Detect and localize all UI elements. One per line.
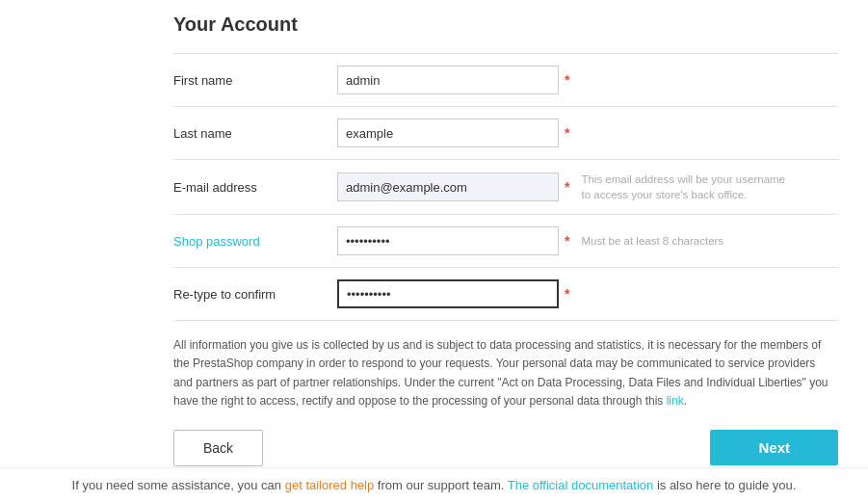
info-text-2: . — [684, 394, 687, 408]
email-label: E-mail address — [173, 180, 337, 195]
confirm-label: Re-type to confirm — [173, 287, 337, 302]
last-name-required: * — [565, 125, 569, 141]
first-name-row: First name * — [173, 53, 838, 107]
confirm-row: Re-type to confirm * — [173, 268, 838, 321]
last-name-input-wrap: * — [337, 119, 838, 147]
footer-text-after: is also here to guide you. — [657, 478, 797, 492]
last-name-row: Last name * — [173, 107, 838, 160]
first-name-label: First name — [173, 73, 337, 88]
email-input[interactable] — [337, 172, 559, 201]
password-input[interactable] — [337, 226, 559, 255]
email-required: * — [565, 179, 569, 195]
back-button[interactable]: Back — [173, 430, 263, 466]
footer-text-before: If you need some assistance, you can — [72, 478, 282, 492]
password-label-text: Shop password — [173, 234, 260, 249]
password-required: * — [565, 233, 569, 249]
email-row: E-mail address * This email address will… — [173, 160, 838, 215]
first-name-input[interactable] — [337, 66, 559, 94]
confirm-required: * — [565, 286, 569, 302]
first-name-required: * — [565, 72, 569, 88]
password-row: Shop password * Must be at least 8 chara… — [173, 215, 838, 268]
official-doc-link[interactable]: The official documentation — [508, 478, 654, 492]
footer-text-middle: from our support team. — [378, 478, 505, 492]
email-hint: This email address will be your username… — [581, 172, 793, 202]
last-name-input[interactable] — [337, 119, 559, 147]
password-input-wrap: * Must be at least 8 characters — [337, 226, 838, 255]
page-title: Your Account — [173, 10, 838, 36]
info-paragraph: All information you give us is collected… — [173, 336, 829, 410]
info-link[interactable]: link — [667, 394, 684, 408]
password-hint: Must be at least 8 characters — [581, 233, 723, 249]
confirm-input[interactable] — [337, 279, 559, 308]
confirm-input-wrap: * — [337, 279, 838, 308]
tailored-help-link[interactable]: get tailored help — [285, 478, 375, 492]
first-name-input-wrap: * — [337, 66, 838, 94]
email-input-wrap: * This email address will be your userna… — [337, 172, 838, 202]
next-button[interactable]: Next — [710, 430, 838, 465]
password-label: Shop password — [173, 234, 337, 249]
info-text-1: All information you give us is collected… — [173, 338, 829, 408]
last-name-label: Last name — [173, 126, 337, 141]
footer-bar: If you need some assistance, you can get… — [0, 467, 868, 502]
